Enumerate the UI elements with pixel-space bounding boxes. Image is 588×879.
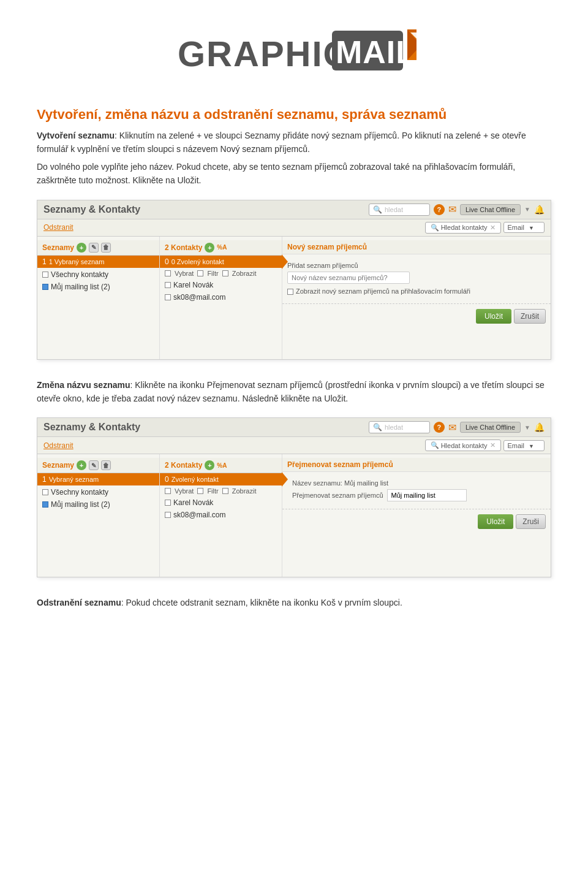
dropdown-arrow-icon2: ▼ [524, 424, 530, 431]
add-contact-btn2[interactable]: + [205, 460, 214, 470]
sc2-col3-nazev: Název seznamu: Můj mailing list [287, 477, 546, 487]
sc1-col2-title: 2 Kontakty [165, 243, 202, 252]
sc2-col2-row1[interactable]: Karel Novák [160, 497, 282, 509]
sc2-zobrazit-checkbox[interactable] [222, 488, 228, 494]
sc1-filter-zobrazit[interactable]: Zobrazit [232, 270, 257, 277]
mail-icon2: ✉ [448, 422, 456, 433]
sc1-col2-row2-checkbox[interactable] [165, 294, 171, 300]
edit-list-btn2[interactable]: ✎ [89, 460, 99, 470]
sc2-search-text: hledat [385, 424, 403, 431]
sc1-search[interactable]: 🔍 hledat [369, 204, 430, 216]
sc2-btn-zrusit[interactable]: Zruši [516, 514, 546, 529]
sc1-btn-ulozit[interactable]: Uložit [476, 309, 511, 324]
sc1-col2: 2 Kontakty + %A 0 0 Zvolený kontakt Vybr… [160, 237, 282, 359]
sc1-col3-checkbox[interactable] [287, 289, 293, 295]
sc2-buttons: Uložit Zruši [282, 509, 551, 534]
sc2-col1-row2-checkbox[interactable] [42, 501, 48, 508]
sc1-col3-input[interactable] [287, 272, 410, 284]
sc2-col2-row2[interactable]: sk08@mail.com [160, 509, 282, 521]
email-select-arrow2: ▼ [529, 443, 534, 449]
sc1-col1-row2[interactable]: Můj mailing list (2) [37, 281, 159, 293]
sc1-zobrazit-checkbox[interactable] [222, 270, 228, 276]
sc2-odstranit[interactable]: Odstranit [43, 441, 74, 450]
sc2-email-select[interactable]: Email ▼ [503, 440, 545, 451]
sc2-col3-rename-row: Přejmenovat seznam příjemců [287, 487, 546, 504]
sc1-hledat-x: ✕ [490, 224, 496, 232]
edit-list-btn[interactable]: ✎ [89, 243, 99, 253]
sc1-odstranit[interactable]: Odstranit [43, 223, 74, 232]
sc1-col2-row1-label: Karel Novák [173, 281, 213, 289]
sc2-col1-row2[interactable]: Můj mailing list (2) [37, 498, 159, 511]
sc2-col1-header: Seznamy + ✎ 🗑 [37, 458, 159, 473]
sc2-col3-title: Přejmenovat seznam příjemců [282, 458, 551, 472]
search-icon: 🔍 [373, 205, 382, 214]
intro-p2: Do volného pole vyplňte jeho název. Poku… [37, 160, 551, 188]
sc2-col2: 2 Kontakty + %A 0 Zvolený kontakt Vybrat… [160, 454, 282, 577]
sc1-email-select[interactable]: Email ▼ [503, 222, 545, 233]
sc1-filter-filtr[interactable]: Filtr [207, 270, 218, 277]
sc1-col1-selected-num: 1 [42, 257, 47, 266]
sc1-search-text: hledat [385, 206, 403, 213]
sc1-chat-offline: Live Chat Offline [460, 204, 521, 215]
add-contact-btn[interactable]: + [205, 243, 214, 253]
sc1-filter-checkbox[interactable] [165, 270, 171, 276]
help-icon2[interactable]: ? [434, 422, 445, 433]
sc2-col2-row1-checkbox[interactable] [165, 500, 171, 506]
sc2-search[interactable]: 🔍 hledat [369, 421, 430, 433]
mail-icon: ✉ [448, 204, 456, 215]
sc2-topbar-right: 🔍 hledat ? ✉ Live Chat Offline ▼ 🔔 [369, 421, 545, 433]
sc2-col1-row1[interactable]: Všechny kontakty [37, 486, 159, 498]
delete-list-btn2[interactable]: 🗑 [101, 460, 111, 470]
sc1-col2-row1-checkbox[interactable] [165, 282, 171, 288]
sc1-filtr-checkbox[interactable] [197, 270, 203, 276]
sc2-filter-vybrat[interactable]: Vybrat [175, 487, 194, 495]
email-select-arrow: ▼ [529, 225, 534, 231]
sc2-filtr-checkbox[interactable] [197, 488, 203, 494]
search-icon2: 🔍 [373, 423, 382, 432]
sc2-col1-selected-label: Vybraný seznam [49, 476, 99, 483]
sc2-col2-row2-checkbox[interactable] [165, 512, 171, 518]
sc1-buttons: Uložit Zrušit [282, 303, 551, 329]
sc1-col3-title: Nový seznam příjemců [282, 240, 551, 254]
sc2-hledat-label: Hledat kontakty [441, 442, 488, 449]
help-icon[interactable]: ? [434, 204, 445, 215]
sc2-col3-rename-label: Přejmenovat seznam příjemců [292, 492, 383, 499]
sc2-col2-row1-label: Karel Novák [173, 498, 213, 507]
sc1-col2-selected[interactable]: 0 0 Zvolený kontakt [160, 256, 282, 268]
sc1-col2-row2[interactable]: sk08@mail.com [160, 291, 282, 303]
sc1-col1-selected[interactable]: 1 1 Vybraný seznam [37, 256, 159, 268]
sc1-col1-row1-label: Všechny kontakty [51, 270, 108, 279]
sc1-btn-zrusit[interactable]: Zrušit [514, 309, 546, 324]
sc1-col2-selected-num: 0 [165, 257, 169, 266]
sc2-filter-zobrazit[interactable]: Zobrazit [232, 487, 257, 495]
sc2-col1-row2-label: Můj mailing list (2) [51, 500, 110, 509]
add-list-btn[interactable]: + [77, 243, 86, 253]
sc2-filter-checkbox[interactable] [165, 488, 171, 494]
section2-p1: Změna názvu seznamu: Klikněte na ikonku … [37, 378, 551, 406]
screenshot1: Seznamy & Kontakty 🔍 hledat ? ✉ Live Cha… [37, 200, 551, 360]
sc1-col2-header: 2 Kontakty + %A [160, 240, 282, 256]
sc2-col1-selected[interactable]: 1 Vybraný seznam [37, 473, 159, 485]
sc2-btn-ulozit[interactable]: Uložit [478, 514, 513, 529]
sc2-chat-offline: Live Chat Offline [460, 422, 521, 433]
delete-list-btn[interactable]: 🗑 [101, 243, 111, 253]
sc1-col1-row2-checkbox[interactable] [42, 284, 48, 290]
sc1-hledat-btn[interactable]: 🔍 Hledat kontakty ✕ [425, 222, 501, 234]
sc2-col2-selected-label: Zvolený kontakt [172, 476, 219, 483]
sc2-filter-filtr[interactable]: Filtr [207, 487, 218, 495]
percent-a-icon: %A [217, 244, 227, 251]
sc1-col2-row1[interactable]: Karel Novák [160, 279, 282, 291]
section3-p1-bold: Odstranění seznamu [37, 598, 121, 607]
intro-p1-bold: Vytvoření seznamu [37, 131, 115, 140]
add-list-btn2[interactable]: + [77, 460, 86, 470]
sc2-col2-selected[interactable]: 0 Zvolený kontakt [160, 473, 282, 485]
sc2-hledat-btn[interactable]: 🔍 Hledat kontakty ✕ [425, 440, 501, 451]
sc2-col1-row1-checkbox[interactable] [42, 489, 48, 495]
section3-p1-rest: : Pokud chcete odstranit seznam, kliknět… [121, 598, 402, 607]
sc2-col2-title: 2 Kontakty [165, 461, 202, 470]
sc1-col1-row1-checkbox[interactable] [42, 272, 48, 278]
sc1-filter-vybrat[interactable]: Vybrat [175, 270, 194, 277]
sc1-col1-row1[interactable]: Všechny kontakty [37, 268, 159, 281]
sc2-col3-rename-input[interactable] [387, 489, 467, 501]
section3: Odstranění seznamu: Pokud chcete odstran… [37, 596, 551, 609]
